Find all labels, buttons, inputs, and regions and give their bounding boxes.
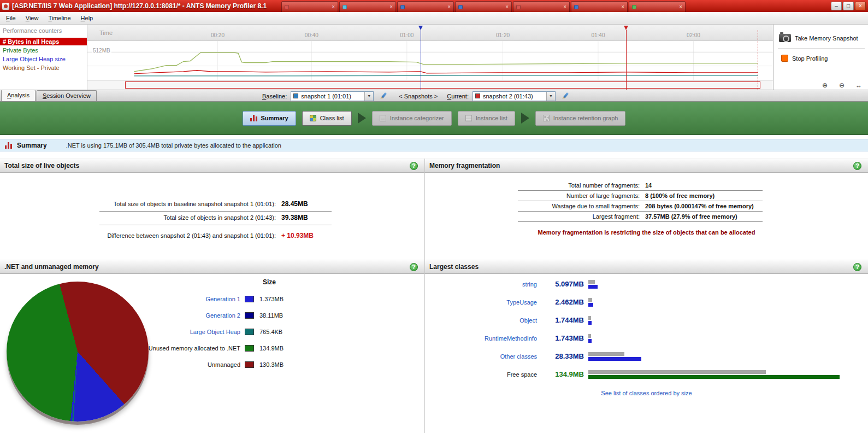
help-icon[interactable]: ?: [853, 263, 861, 271]
timeline-tick-label: 00:40: [305, 32, 318, 38]
baseline-select[interactable]: snapshot 1 (01:01) ▼: [291, 91, 374, 101]
perf-counter-working-set-private[interactable]: Working Set - Private: [0, 64, 87, 72]
class-label-string[interactable]: string: [425, 281, 537, 288]
instance-list-icon: [465, 115, 472, 121]
size-column-header: Size: [263, 278, 424, 286]
live-marker[interactable]: [755, 25, 760, 90]
baseline-dropdown-icon[interactable]: ▼: [364, 92, 373, 101]
fragmentation-row: Largest fragment:37.57MB (27.9% of free …: [518, 212, 763, 222]
largest-classes-rows: string5.097MBTypeUsage2.462MBObject1.744…: [425, 275, 868, 383]
live-objects-title: Total size of live objects: [4, 162, 79, 169]
baseline-marker[interactable]: [418, 25, 423, 90]
tab-favicon-icon: [574, 5, 578, 9]
tab-favicon-icon: [343, 5, 347, 9]
largest-class-row: TypeUsage2.462MB: [425, 293, 868, 311]
series-private-bytes: [134, 52, 758, 71]
titlebar-tab[interactable]: ×: [455, 1, 512, 12]
rename-baseline-button[interactable]: [377, 91, 389, 101]
row-label: Number of large fragments:: [518, 192, 645, 199]
tab-session-overview[interactable]: Session Overview: [37, 90, 97, 101]
baseline-marker-handle-icon[interactable]: [418, 26, 423, 30]
titlebar-tab[interactable]: ×: [339, 1, 396, 12]
instance-categorizer-icon: [380, 115, 386, 121]
tab-close-icon[interactable]: ×: [505, 4, 509, 10]
legend-row: Unused memory allocated to .NET134.9MB: [0, 340, 424, 356]
timeline-tick-label: 01:00: [400, 32, 414, 38]
fragmentation-title: Memory fragmentation: [429, 162, 500, 169]
legend-label-large-object-heap[interactable]: Large Object Heap: [0, 329, 245, 335]
titlebar-tab[interactable]: ×: [397, 1, 454, 12]
zoom-out-button[interactable]: ⊖: [835, 81, 849, 89]
class-label-other-classes[interactable]: Other classes: [425, 353, 537, 360]
titlebar-tab[interactable]: ×: [513, 1, 570, 12]
titlebar-tab[interactable]: ×: [571, 1, 628, 12]
menu-view[interactable]: View: [21, 13, 44, 23]
menu-timeline[interactable]: Timeline: [43, 13, 75, 23]
tab-analysis[interactable]: Analysis: [1, 90, 36, 101]
dotnet-memory-panel: .NET and unmanaged memory ? Size Generat…: [0, 260, 424, 433]
classes-by-size-link[interactable]: See list of classes ordered by size: [601, 390, 692, 396]
chart-plot[interactable]: 512MB: [87, 41, 773, 80]
tab-close-icon[interactable]: ×: [679, 4, 682, 10]
take-snapshot-button[interactable]: Take Memory Snapshot: [778, 31, 865, 45]
legend-swatch-icon: [245, 312, 254, 319]
class-label-runtimemethodinfo[interactable]: RuntimeMethodInfo: [425, 335, 537, 342]
timeline-overview[interactable]: [87, 80, 773, 90]
current-marker[interactable]: [624, 25, 629, 90]
fragmentation-row: Total number of fragments:14: [518, 180, 763, 191]
titlebar-tab[interactable]: ×: [629, 1, 686, 12]
perf-counter-large-object-heap-size[interactable]: Large Object Heap size: [0, 55, 87, 63]
help-icon[interactable]: ?: [853, 162, 861, 170]
baseline-snapshot-icon: [293, 93, 298, 98]
tab-close-icon[interactable]: ×: [621, 4, 624, 10]
legend-label-generation-1[interactable]: Generation 1: [0, 296, 245, 302]
largest-class-row: RuntimeMethodInfo1.743MB: [425, 329, 868, 347]
workflow-summary-button[interactable]: Summary: [243, 111, 296, 126]
series-large-object-heap: [134, 75, 758, 76]
class-size-value: 5.097MB: [537, 280, 584, 288]
current-size-bar: [588, 303, 593, 307]
chart-area[interactable]: Time 00:2000:4001:0001:2001:4002:00 512M…: [87, 25, 773, 90]
current-marker-handle-icon[interactable]: [624, 26, 628, 30]
tab-close-icon[interactable]: ×: [389, 4, 393, 10]
timeline-tick-label: 00:20: [211, 32, 225, 38]
perf-counter-bytes-in-all-heaps[interactable]: # Bytes in all Heaps: [0, 38, 87, 45]
rename-current-button[interactable]: [559, 91, 571, 101]
window-title: [ASP.NET/IIS 7 Web Application] http://1…: [12, 2, 267, 10]
minimize-button[interactable]: –: [831, 2, 842, 10]
help-icon[interactable]: ?: [410, 263, 418, 271]
row-label: Total size of objects in snapshot 2 (01:…: [99, 214, 281, 221]
close-button[interactable]: ×: [855, 2, 866, 10]
tab-close-icon[interactable]: ×: [332, 4, 335, 10]
tab-favicon-icon: [516, 5, 521, 9]
current-select[interactable]: snapshot 2 (01:43) ▼: [473, 91, 556, 101]
row-value: 14: [645, 182, 763, 189]
menu-file[interactable]: File: [1, 13, 21, 23]
class-size-value: 134.9MB: [537, 370, 584, 378]
workflow-class-list-button[interactable]: Class list: [302, 111, 352, 126]
baseline-value: snapshot 1 (01:01): [301, 93, 351, 100]
current-dropdown-icon[interactable]: ▼: [546, 92, 555, 101]
class-label-object[interactable]: Object: [425, 317, 537, 324]
titlebar-tab[interactable]: ×: [281, 1, 338, 12]
menu-help[interactable]: Help: [76, 13, 98, 23]
legend-value: 134.9MB: [259, 345, 284, 352]
perf-counter-private-bytes[interactable]: Private Bytes: [0, 46, 87, 54]
live-objects-row: Total size of objects in snapshot 2 (01:…: [99, 212, 332, 225]
summary-icon: [250, 115, 257, 121]
baseline-label: Baseline:: [262, 93, 287, 100]
tab-close-icon[interactable]: ×: [447, 4, 451, 10]
legend-label-generation-2[interactable]: Generation 2: [0, 312, 245, 319]
zoom-in-button[interactable]: ⊕: [818, 81, 832, 89]
help-icon[interactable]: ?: [410, 162, 418, 170]
tab-close-icon[interactable]: ×: [563, 4, 566, 10]
class-label-typeusage[interactable]: TypeUsage: [425, 299, 537, 306]
overview-selection[interactable]: [125, 81, 760, 89]
zoom-fit-button[interactable]: ↔: [852, 81, 866, 89]
class-size-value: 2.462MB: [537, 298, 584, 306]
baseline-size-bar: [588, 370, 766, 374]
stop-profiling-button[interactable]: Stop Profiling: [778, 52, 865, 65]
summary-strip-title: Summary: [17, 142, 47, 149]
baseline-size-bar: [588, 352, 624, 356]
maximize-button[interactable]: □: [843, 2, 854, 10]
